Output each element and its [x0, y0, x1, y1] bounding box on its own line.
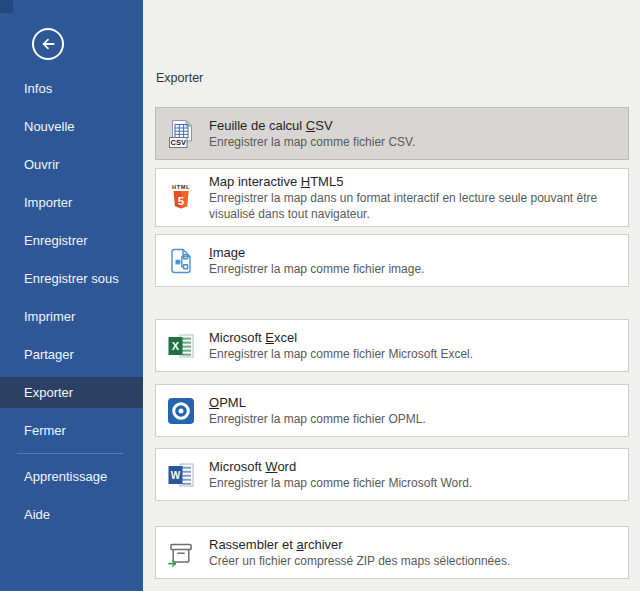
export-item-title: Image: [209, 244, 616, 261]
image-file-icon: [166, 246, 196, 276]
export-item-title: Rassembler et archiver: [209, 536, 616, 553]
excel-icon: X: [166, 331, 196, 361]
export-item-html5[interactable]: HTML 5 Map interactive HTML5 Enregistrer…: [155, 168, 629, 227]
sidebar-item-aide[interactable]: Aide: [0, 499, 143, 530]
html5-icon: HTML 5: [166, 183, 196, 213]
sidebar-item-nouvelle[interactable]: Nouvelle: [0, 111, 143, 142]
word-icon: W: [166, 460, 196, 490]
export-item-title: Microsoft Word: [209, 458, 616, 475]
export-item-description: Enregistrer la map dans un format intera…: [209, 190, 616, 222]
back-arrow-icon: [36, 32, 60, 56]
export-item-image[interactable]: Image Enregistrer la map comme fichier i…: [155, 234, 629, 287]
archive-box-icon: [166, 538, 196, 568]
export-item-description: Enregistrer la map comme fichier Microso…: [209, 475, 616, 491]
sidebar-item-enregistrer[interactable]: Enregistrer: [0, 225, 143, 256]
opml-icon: [166, 396, 196, 426]
svg-text:CSV: CSV: [170, 138, 185, 147]
sidebar-item-importer[interactable]: Importer: [0, 187, 143, 218]
svg-text:W: W: [171, 470, 181, 481]
export-item-description: Enregistrer la map comme fichier Microso…: [209, 346, 616, 362]
page-title: Exporter: [156, 71, 203, 86]
sidebar-item-imprimer[interactable]: Imprimer: [0, 301, 143, 332]
sidebar-item-enregistrer-sous[interactable]: Enregistrer sous: [0, 263, 143, 294]
sidebar-item-infos[interactable]: Infos: [0, 73, 143, 104]
export-item-word[interactable]: W Microsoft Word Enregistrer la map comm…: [155, 448, 629, 501]
export-item-opml[interactable]: OPML Enregistrer la map comme fichier OP…: [155, 384, 629, 437]
sidebar-item-fermer[interactable]: Fermer: [0, 415, 143, 446]
backstage-sidebar: Infos Nouvelle Ouvrir Importer Enregistr…: [0, 0, 143, 591]
export-item-description: Créer un fichier compressé ZIP des maps …: [209, 553, 616, 569]
export-item-description: Enregistrer la map comme fichier CSV.: [209, 134, 616, 150]
csv-file-icon: CSV: [166, 119, 196, 149]
sidebar-item-apprentissage[interactable]: Apprentissage: [0, 461, 143, 492]
sidebar-separator: [17, 453, 123, 454]
sidebar-nav: Infos Nouvelle Ouvrir Importer Enregistr…: [0, 73, 143, 537]
export-item-description: Enregistrer la map comme fichier image.: [209, 261, 616, 277]
export-item-title: Map interactive HTML5: [209, 173, 616, 190]
svg-text:5: 5: [178, 194, 185, 206]
export-pane: Exporter CSV Feuille de calcul CSV Enre: [143, 0, 640, 591]
sidebar-item-partager[interactable]: Partager: [0, 339, 143, 370]
export-item-pack-and-go[interactable]: Rassembler et archiver Créer un fichier …: [155, 526, 629, 579]
export-item-description: Enregistrer la map comme fichier OPML.: [209, 411, 616, 427]
export-item-title: Feuille de calcul CSV: [209, 117, 616, 134]
sidebar-item-ouvrir[interactable]: Ouvrir: [0, 149, 143, 180]
export-options-list: CSV Feuille de calcul CSV Enregistrer la…: [155, 107, 629, 579]
export-item-title: Microsoft Excel: [209, 329, 616, 346]
export-item-csv[interactable]: CSV Feuille de calcul CSV Enregistrer la…: [155, 107, 629, 160]
sidebar-item-exporter[interactable]: Exporter: [0, 377, 143, 408]
corner-accent: [0, 0, 13, 13]
export-item-excel[interactable]: X Microsoft Excel Enregistrer la map com…: [155, 319, 629, 372]
export-item-title: OPML: [209, 394, 616, 411]
svg-text:X: X: [172, 340, 180, 352]
svg-text:HTML: HTML: [172, 184, 190, 190]
back-button[interactable]: [32, 28, 64, 60]
